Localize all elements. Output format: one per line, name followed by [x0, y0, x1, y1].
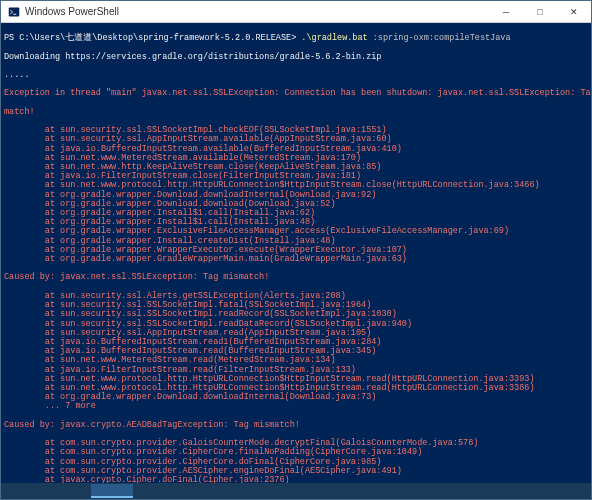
prompt-path: PS C:\Users\七道道\Desktop\spring-framework… — [4, 33, 301, 43]
stacktrace-line: at org.gradle.wrapper.GradleWrapperMain.… — [4, 255, 588, 264]
error-line: match! — [4, 108, 588, 117]
powershell-window: Windows PowerShell ─ □ ✕ PS C:\Users\七道道… — [0, 0, 592, 500]
titlebar[interactable]: Windows PowerShell ─ □ ✕ — [1, 1, 591, 23]
stacktrace-line: ... 7 more — [4, 402, 588, 411]
command-exec: .\gradlew.bat — [301, 33, 367, 43]
maximize-button[interactable]: □ — [523, 1, 557, 22]
stacktrace-line: at javax.crypto.Cipher.doFinal(Cipher.ja… — [4, 476, 588, 483]
minimize-button[interactable]: ─ — [489, 1, 523, 22]
command-arg: :spring-oxm:compileTestJava — [368, 33, 511, 43]
error-line: Caused by: javax.net.ssl.SSLException: T… — [4, 273, 588, 282]
output-line: Downloading https://services.gradle.org/… — [4, 53, 588, 62]
window-controls: ─ □ ✕ — [489, 1, 591, 22]
error-line: Exception in thread "main" javax.net.ssl… — [4, 89, 588, 98]
error-line: Caused by: javax.crypto.AEADBadTagExcept… — [4, 421, 588, 430]
window-title: Windows PowerShell — [25, 6, 489, 17]
taskbar-item[interactable] — [91, 484, 133, 498]
taskbar[interactable] — [1, 483, 591, 499]
powershell-icon — [7, 5, 21, 19]
close-button[interactable]: ✕ — [557, 1, 591, 22]
output-line: ..... — [4, 71, 588, 80]
terminal-output[interactable]: PS C:\Users\七道道\Desktop\spring-framework… — [1, 23, 591, 483]
svg-rect-0 — [9, 7, 20, 16]
